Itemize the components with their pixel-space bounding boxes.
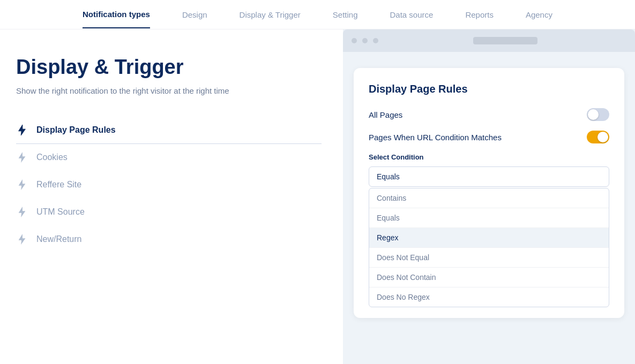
sidebar-item-reffere-site[interactable]: Reffere Site — [16, 171, 322, 199]
condition-option-does-not-equal[interactable]: Does Not Equal — [369, 248, 609, 268]
sidebar-item-new-return[interactable]: New/Return — [16, 226, 322, 253]
sidebar-item-label-new-return: New/Return — [36, 234, 81, 244]
browser-dot-3 — [373, 38, 378, 43]
sidebar-item-cookies[interactable]: Cookies — [16, 144, 322, 171]
url-condition-label: Pages When URL Condition Matches — [369, 133, 502, 142]
browser-dot-2 — [362, 38, 368, 43]
nav-item-setting[interactable]: Setting — [333, 2, 358, 28]
condition-option-contains[interactable]: Contains — [369, 188, 609, 208]
browser-mockup: Display Page Rules All Pages Pages When … — [343, 29, 635, 364]
sidebar-menu: Display Page Rules Cookies Reffere Site — [16, 117, 322, 253]
page-title: Display & Trigger — [16, 56, 322, 79]
display-page-rules-card: Display Page Rules All Pages Pages When … — [354, 68, 624, 318]
page-subtitle: Show the right notification to the right… — [16, 86, 322, 95]
sidebar-item-display-page-rules[interactable]: Display Page Rules — [16, 117, 322, 144]
nav-item-design[interactable]: Design — [182, 2, 207, 28]
main-content: Display & Trigger Show the right notific… — [0, 29, 635, 364]
url-condition-toggle-knob — [597, 132, 608, 142]
nav-item-display-trigger[interactable]: Display & Trigger — [240, 2, 301, 28]
top-navigation: Notification types Design Display & Trig… — [0, 0, 635, 29]
sidebar-item-label-reffere-site: Reffere Site — [36, 180, 81, 189]
nav-item-data-source[interactable]: Data source — [390, 2, 434, 28]
lightning-icon-utm-source — [16, 206, 28, 218]
rules-card-title: Display Page Rules — [369, 83, 609, 95]
nav-item-agency[interactable]: Agency — [526, 2, 552, 28]
browser-bar — [343, 29, 635, 52]
condition-section: Select Condition Equals Contains Equals … — [369, 153, 609, 307]
right-panel: Display Page Rules All Pages Pages When … — [343, 29, 635, 364]
condition-option-does-no-regex[interactable]: Does No Regex — [369, 287, 609, 307]
sidebar-item-utm-source[interactable]: UTM Source — [16, 199, 322, 226]
browser-content: Display Page Rules All Pages Pages When … — [343, 52, 635, 329]
lightning-icon-cookies — [16, 151, 28, 163]
condition-selected-value[interactable]: Equals — [369, 166, 609, 187]
lightning-icon-reffere-site — [16, 179, 28, 191]
url-condition-toggle[interactable] — [587, 131, 609, 143]
lightning-icon-new-return — [16, 233, 28, 245]
condition-option-equals[interactable]: Equals — [369, 208, 609, 228]
sidebar-item-label-utm-source: UTM Source — [36, 207, 85, 217]
browser-address-bar — [473, 37, 537, 44]
url-condition-toggle-row: Pages When URL Condition Matches — [369, 131, 609, 143]
all-pages-label: All Pages — [369, 110, 402, 119]
all-pages-toggle-row: All Pages — [369, 108, 609, 121]
browser-dot-1 — [352, 38, 357, 43]
lightning-icon — [16, 124, 28, 136]
left-panel: Display & Trigger Show the right notific… — [0, 29, 343, 364]
all-pages-toggle[interactable] — [587, 108, 609, 121]
condition-option-does-not-contain[interactable]: Does Not Contain — [369, 268, 609, 287]
sidebar-item-label-display-page-rules: Display Page Rules — [36, 125, 116, 135]
sidebar-item-label-cookies: Cookies — [36, 153, 68, 162]
all-pages-toggle-knob — [588, 109, 599, 120]
condition-dropdown[interactable]: Contains Equals Regex Does Not Equal Doe… — [369, 188, 609, 307]
condition-option-regex[interactable]: Regex — [369, 228, 609, 248]
select-condition-label: Select Condition — [369, 153, 609, 161]
nav-item-reports[interactable]: Reports — [465, 2, 494, 28]
nav-item-notification-types[interactable]: Notification types — [83, 1, 150, 28]
